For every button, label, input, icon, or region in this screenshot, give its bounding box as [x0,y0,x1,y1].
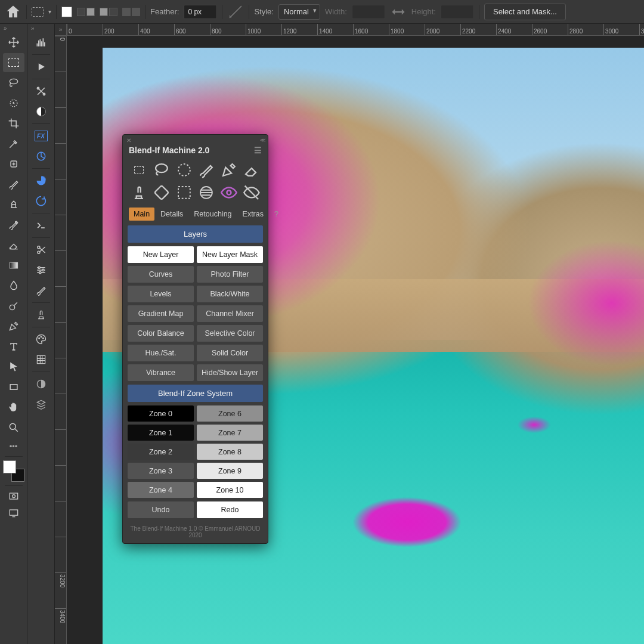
layers-stack-icon[interactable] [30,395,52,414]
spin-plugin-icon[interactable] [30,191,52,210]
quickmask-icon[interactable] [3,488,24,504]
foreground-swatch[interactable] [61,7,72,17]
histogram-icon[interactable] [30,33,52,52]
panel-eye-off-icon[interactable] [242,184,262,202]
stamp-plugin-icon[interactable] [30,305,52,324]
zone-button[interactable]: Zone 0 [128,405,194,422]
panel-collapse-icon[interactable]: ≪ [260,137,264,143]
dodge-tool-icon[interactable] [3,296,24,315]
zone-button[interactable]: Zone 10 [197,482,263,498]
style-select[interactable]: Normal [278,4,320,20]
panel-patch-icon[interactable] [151,184,172,202]
zone-button[interactable]: Zone 4 [128,482,194,498]
crop-tool-icon[interactable] [3,114,24,133]
history-brush-tool-icon[interactable] [3,215,24,234]
curves-button[interactable]: Curves [128,266,194,283]
zone-button[interactable]: Zone 1 [128,425,194,441]
panel-menu-icon[interactable]: ☰ [254,145,262,155]
black-white-button[interactable]: Black/White [197,286,263,302]
zone-button[interactable]: Zone 7 [197,425,263,441]
zoom-tool-icon[interactable] [3,418,24,437]
panel-pen-icon[interactable] [219,161,239,179]
quick-select-tool-icon[interactable] [3,94,24,113]
type-tool-icon[interactable] [3,337,24,356]
eyedropper-tool-icon[interactable] [3,134,24,153]
tab-main[interactable]: Main [129,208,154,221]
contrast-circle-icon[interactable] [30,102,52,121]
marquee-tool-icon[interactable] [3,53,24,72]
panel-close-icon[interactable]: ✕ [126,137,131,144]
gradient-tool-icon[interactable] [3,256,24,275]
svg-rect-8 [10,493,17,499]
panel-brush-icon[interactable] [196,161,216,179]
swap-wh-icon[interactable] [390,4,407,20]
marquee-preset-icon[interactable] [32,7,44,17]
panel-gradient-icon[interactable] [196,184,216,202]
eraser-tool-icon[interactable] [3,236,24,255]
more-tools-icon[interactable]: ••• [3,438,24,454]
panel-eraser-icon[interactable] [242,161,262,179]
sliders-icon[interactable] [30,261,52,280]
lens-plugin-icon[interactable] [30,147,52,166]
play-action-icon[interactable] [30,57,52,76]
zone-button[interactable]: Zone 2 [128,444,194,460]
select-and-mask-button[interactable]: Select and Mask... [484,4,566,20]
pen-tool-icon[interactable] [3,317,24,336]
clone-stamp-tool-icon[interactable] [3,195,24,214]
brush-tool-icon[interactable] [3,175,24,194]
zone-button[interactable]: Zone 3 [128,463,194,479]
feather-input[interactable] [184,5,217,19]
crossed-tools-icon[interactable] [30,82,52,101]
lasso-tool-icon[interactable] [3,73,24,92]
path-select-tool-icon[interactable] [3,357,24,376]
panel-eye-icon[interactable] [219,184,239,202]
selection-mode-intersect-icon[interactable] [122,8,140,16]
color-balance-button[interactable]: Color Balance [128,325,194,342]
rectangle-tool-icon[interactable] [3,377,24,397]
palette-icon[interactable] [30,330,52,349]
antialias-icon[interactable] [227,4,244,20]
hide-show-layer-button[interactable]: Hide/Show Layer [197,364,263,381]
panel-marquee-icon[interactable] [129,161,149,179]
blur-tool-icon[interactable] [3,276,24,295]
zone-button[interactable]: Zone 9 [197,463,263,479]
hand-tool-icon[interactable] [3,398,24,417]
solid-color-button[interactable]: Solid Color [197,345,263,361]
redo-button[interactable]: Redo [197,501,263,518]
panel-lasso-icon[interactable] [151,161,172,179]
scissors-icon[interactable] [30,240,52,259]
grid-icon[interactable] [30,350,52,369]
paintbrush-icon[interactable] [30,281,52,300]
new-layer-mask-button[interactable]: New Layer Mask [197,246,263,263]
fx-plugin-icon[interactable]: FX [30,126,52,145]
move-tool-icon[interactable] [3,33,24,52]
channel-mixer-button[interactable]: Channel Mixer [197,305,263,322]
color-swatches[interactable] [2,459,26,483]
photo-filter-button[interactable]: Photo Filter [197,266,263,283]
selection-mode-add-icon[interactable] [100,8,117,16]
tab-details[interactable]: Details [156,208,188,221]
tab-retouching[interactable]: Retouching [189,208,236,221]
selection-mode-new-icon[interactable] [77,8,95,16]
selective-color-button[interactable]: Selective Color [197,325,263,342]
panel-marching-icon[interactable] [174,184,194,202]
home-icon[interactable] [5,4,21,20]
undo-button[interactable]: Undo [128,501,194,518]
new-layer-button[interactable]: New Layer [128,246,194,263]
pie-plugin-icon[interactable] [30,171,52,190]
levels-button[interactable]: Levels [128,286,194,302]
panel-stamp-icon[interactable] [129,184,149,202]
ruler-origin[interactable]: » [55,24,67,36]
zone-button[interactable]: Zone 8 [197,444,263,460]
tab-extras[interactable]: Extras [238,208,268,221]
hue-sat-button[interactable]: Hue./Sat. [128,345,194,361]
terminal-icon[interactable] [30,216,52,235]
half-circle-icon[interactable] [30,374,52,394]
panel-quickselect-icon[interactable] [174,161,194,179]
screenmode-icon[interactable] [3,505,24,521]
healing-brush-tool-icon[interactable] [3,154,24,174]
tab-help[interactable]: ? [270,208,283,221]
zone-button[interactable]: Zone 6 [197,405,263,422]
vibrance-button[interactable]: Vibrance [128,364,194,381]
gradient-map-button[interactable]: Gradient Map [128,305,194,322]
